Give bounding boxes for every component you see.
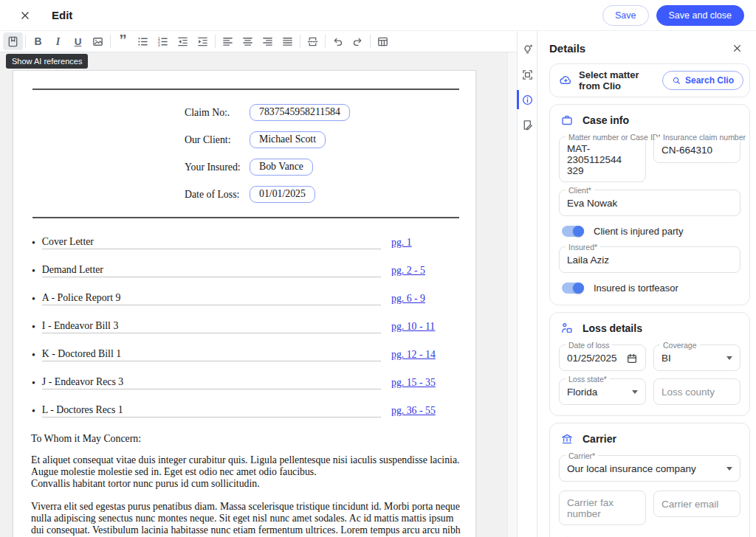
top-bar: Edit Save Save and close (0, 0, 756, 31)
loss-state-select[interactable]: Loss state* Florida (559, 378, 646, 405)
numbered-list-icon: 123 (157, 35, 169, 48)
matter-number-field[interactable]: Matter number or Case ID* MAT-2305112544… (559, 136, 646, 182)
select-matter-label: Select matter from Clio (579, 69, 662, 91)
claim-field-value-pill[interactable]: 7837545958211584 (250, 104, 350, 121)
loss-county-field[interactable]: Loss county (653, 378, 740, 405)
undo-button[interactable] (328, 32, 348, 50)
outdent-button[interactable] (173, 32, 193, 50)
cloud-upload-icon (559, 74, 572, 87)
toc-bullet: • (32, 322, 35, 333)
case-info-heading: Case info (583, 114, 629, 126)
client-injured-label: Client is injured party (594, 226, 683, 237)
toc-page-link[interactable]: pg. 10 - 11 (391, 321, 435, 332)
save-button[interactable]: Save (602, 5, 649, 26)
toc-page-link[interactable]: pg. 6 - 9 (391, 293, 425, 304)
toc-title-line: L - Doctores Recs 1 (42, 404, 381, 418)
numbered-list-button[interactable]: 123 (153, 32, 173, 50)
ai-lightbulb-icon (521, 44, 534, 56)
indent-button[interactable] (193, 32, 213, 50)
toc-page-link[interactable]: pg. 1 (391, 237, 412, 248)
insurance-claim-number-field[interactable]: Insurance claim number CN-664310 (653, 136, 740, 163)
carrier-email-field[interactable]: Carrier email (653, 491, 740, 517)
toc-page-link[interactable]: pg. 12 - 14 (391, 349, 436, 360)
align-left-button[interactable] (218, 32, 238, 50)
insured-field[interactable]: Insured* Laila Aziz (559, 246, 740, 273)
redo-button[interactable] (348, 32, 368, 50)
chevron-down-icon (632, 390, 638, 394)
quote-button[interactable]: ” (113, 32, 133, 50)
underline-button[interactable]: U (68, 32, 88, 50)
side-tab-ai-lightbulb[interactable] (517, 37, 537, 62)
document-page[interactable]: Claim No:.7837545958211584Our Client:Mic… (13, 70, 476, 537)
toolbar-tooltip: Show AI references (6, 54, 88, 69)
claim-field-label: Your Insured: (185, 162, 250, 173)
side-tab-frame[interactable] (517, 62, 537, 87)
page-break-button[interactable] (303, 32, 323, 50)
client-injured-toggle[interactable] (562, 226, 584, 237)
italic-button[interactable]: I (48, 32, 68, 50)
search-icon (672, 76, 681, 86)
toc-title: Demand Letter (42, 264, 103, 275)
toc-title: K - Doctored Bill 1 (42, 348, 121, 359)
redo-icon (351, 35, 364, 48)
toc-page-link[interactable]: pg. 15 - 35 (391, 377, 436, 388)
coverage-select[interactable]: Coverage BI (653, 344, 740, 371)
toc-title-line: K - Doctored Bill 1 (42, 348, 381, 361)
chevron-down-icon (726, 467, 732, 471)
align-right-button[interactable] (258, 32, 278, 50)
toc-page-link[interactable]: pg. 36 - 55 (391, 405, 436, 416)
client-field[interactable]: Client* Eva Nowak (559, 190, 740, 216)
claim-field-label: Claim No:. (185, 107, 250, 119)
toc-title: A - Police Report 9 (42, 292, 121, 303)
italic-icon: I (56, 35, 60, 48)
bullet-list-button[interactable] (133, 32, 153, 50)
toc-bullet: • (32, 378, 35, 389)
salutation: To Whom it May Concern: (31, 433, 461, 445)
justify-icon (281, 35, 294, 48)
justify-button[interactable] (278, 32, 298, 50)
ai-references-button[interactable] (3, 32, 23, 50)
insured-tortfeasor-label: Insured is tortfeasor (594, 283, 678, 294)
quote-icon: ” (119, 35, 127, 48)
side-tab-signature[interactable] (517, 112, 537, 137)
case-info-card: Case info Matter number or Case ID* MAT-… (549, 104, 750, 305)
paragraph-2: Viverra elit sed egestas purus penatibus… (31, 501, 461, 537)
close-editor-button[interactable] (18, 8, 32, 23)
claim-field-row: Date of Loss:01/01/2025 (185, 181, 461, 208)
claim-field-value-pill[interactable]: 01/01/2025 (250, 186, 315, 203)
calendar-icon[interactable] (626, 353, 638, 364)
search-clio-button[interactable]: Search Clio (662, 71, 743, 90)
toc-row: •K - Doctored Bill 1pg. 12 - 14 (31, 333, 461, 361)
image-button[interactable] (88, 32, 108, 50)
claim-field-value-pill[interactable]: Bob Vance (250, 159, 313, 176)
info-icon (521, 94, 534, 106)
toc-title-line: Demand Letter (42, 264, 381, 277)
toolbar-divider (215, 35, 216, 48)
toolbar-divider (300, 35, 300, 48)
insured-tortfeasor-toggle[interactable] (562, 283, 584, 294)
claim-field-value-pill[interactable]: Michael Scott (250, 131, 326, 148)
toc-pages-cell: pg. 12 - 14 (381, 349, 461, 361)
toc-page-link[interactable]: pg. 2 - 5 (391, 265, 425, 276)
save-and-close-button[interactable]: Save and close (656, 5, 744, 26)
carrier-fax-field[interactable]: Carrier fax number (559, 491, 646, 525)
date-of-loss-field[interactable]: Date of loss 01/25/2025 (559, 344, 646, 371)
side-tab-info[interactable] (517, 87, 537, 112)
toolbar-divider (325, 35, 326, 48)
close-details-button[interactable] (729, 41, 744, 55)
carrier-select[interactable]: Carrier* Our local insurance company (559, 455, 740, 482)
claim-field-row: Claim No:.7837545958211584 (185, 99, 461, 126)
toc-title: J - Endeavor Recs 3 (42, 376, 123, 387)
toc-title: L - Doctores Recs 1 (42, 404, 123, 415)
align-center-button[interactable] (238, 32, 258, 50)
document-area[interactable]: Show AI references Claim No:.78375459582… (0, 52, 517, 537)
close-icon (732, 43, 743, 54)
bank-icon (560, 432, 574, 446)
page-break-icon (306, 35, 319, 48)
table-button[interactable] (373, 32, 393, 50)
toolbar-divider (25, 35, 26, 48)
toc-bullet: • (32, 238, 35, 249)
document-scrollbar[interactable] (507, 52, 517, 537)
bold-button[interactable]: B (28, 32, 48, 50)
image-icon (92, 35, 104, 48)
